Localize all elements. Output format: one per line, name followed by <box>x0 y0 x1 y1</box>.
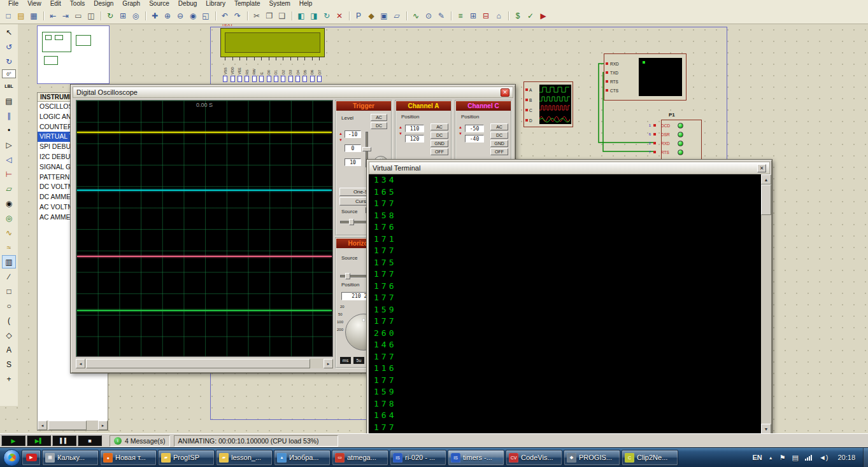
scroll-right-icon[interactable]: ▸ <box>98 421 108 430</box>
rotate-anticlockwise-icon[interactable]: ↺ <box>2 40 16 53</box>
channel-c-up-icon[interactable]: ▲ <box>459 125 462 129</box>
zoom-in-icon[interactable]: ⊕ <box>161 10 174 22</box>
open-design-icon[interactable]: ▤ <box>15 10 27 22</box>
zoom-out-icon[interactable]: ⊖ <box>174 10 187 22</box>
electrical-rule-check-icon[interactable]: ✓ <box>524 10 537 22</box>
netlist-to-ares-icon[interactable]: ▶ <box>537 10 550 22</box>
generator-mode-icon[interactable]: ◎ <box>2 211 16 225</box>
menu-item[interactable]: Edit <box>46 0 66 7</box>
menu-item[interactable]: Library <box>201 0 230 7</box>
cut-icon[interactable]: ✂ <box>250 10 263 22</box>
taskbar-app-progisp-folder[interactable]: ▰ ProgISP <box>158 450 215 466</box>
taskbar-app-clip2net[interactable]: C Clip2Ne... <box>622 450 678 466</box>
message-panel[interactable]: i 4 Message(s) <box>110 435 170 447</box>
channel-a-up-icon[interactable]: ▲ <box>399 125 402 129</box>
channel-a-gnd-button[interactable]: GND <box>430 140 448 147</box>
channel-a-down-icon[interactable]: ▼ <box>399 132 402 136</box>
taskbar-app-image-viewer[interactable]: ▴ Изобра... <box>274 450 331 466</box>
menu-item[interactable]: Design <box>89 0 118 7</box>
save-design-icon[interactable]: ▦ <box>27 10 40 22</box>
voltage-probe-icon[interactable]: ∿ <box>2 226 16 239</box>
arc-graphic-icon[interactable]: ( <box>2 314 16 327</box>
selection-mode-icon[interactable]: ↖ <box>2 25 16 39</box>
zoom-area-icon[interactable]: ◱ <box>199 10 212 22</box>
copy-icon[interactable]: ❐ <box>263 10 276 22</box>
tape-recorder-icon[interactable]: ◉ <box>2 197 16 210</box>
play-button[interactable]: ▶ <box>1 435 25 446</box>
make-device-icon[interactable]: ◆ <box>365 10 378 22</box>
text-graphic-icon[interactable]: A <box>2 343 16 356</box>
start-button[interactable] <box>3 449 20 466</box>
trigger-up-icon[interactable]: ▲ <box>339 132 343 136</box>
property-assignment-icon[interactable]: ✎ <box>435 10 448 22</box>
clock[interactable]: 20:18 <box>837 454 855 461</box>
graph-mode-icon[interactable]: ▱ <box>2 182 16 195</box>
taskbar-app-isis-ri020[interactable]: IS ri-020 - ... <box>390 450 446 466</box>
design-explorer-icon[interactable]: ≡ <box>454 10 467 22</box>
instruments-hscrollbar[interactable]: ◂ ▸ <box>38 421 108 430</box>
current-probe-icon[interactable]: ≈ <box>2 240 16 254</box>
oscilloscope-component[interactable]: A B C D <box>523 81 573 127</box>
terminal-titlebar[interactable]: Virtual Terminal ✕ <box>369 162 770 174</box>
scroll-left-icon[interactable]: ◂ <box>76 359 85 368</box>
symbol-graphic-icon[interactable]: S <box>2 358 16 371</box>
taskbar-app-browser[interactable]: ● Новая т... <box>100 450 157 466</box>
language-indicator[interactable]: EN <box>752 454 762 461</box>
taskbar-app-media[interactable]: ▶ <box>22 450 41 466</box>
terminal-mode-icon[interactable]: ◁ <box>2 153 16 166</box>
scope-hscrollbar[interactable]: ◂ ▸ <box>76 359 333 368</box>
marker-graphic-icon[interactable]: + <box>2 372 16 386</box>
close-icon[interactable]: ✕ <box>757 164 766 172</box>
box-graphic-icon[interactable]: □ <box>2 284 16 298</box>
volume-icon[interactable]: ◄) <box>819 454 829 461</box>
step-button[interactable]: ▶▌ <box>27 435 51 446</box>
lcd-component[interactable]: TEXT VSS VDD VEE <box>220 28 325 87</box>
import-section-icon[interactable]: ⇤ <box>46 10 59 22</box>
channel-c-ac-button[interactable]: AC <box>490 123 508 130</box>
terminal-component[interactable]: RXD TXD RTS CTS <box>604 53 687 101</box>
rotation-angle-box[interactable]: 0° <box>2 69 16 78</box>
taskbar-app-isis-timers[interactable]: IS timers -... <box>448 450 504 466</box>
path-graphic-icon[interactable]: ◇ <box>2 328 16 342</box>
search-tag-icon[interactable]: ⊙ <box>422 10 435 22</box>
block-move-icon[interactable]: ◨ <box>308 10 320 22</box>
close-icon[interactable]: ✕ <box>501 88 509 97</box>
scroll-left-icon[interactable]: ◂ <box>38 421 47 430</box>
oscilloscope-titlebar[interactable]: Digital Oscilloscope ✕ <box>73 87 513 98</box>
stop-button[interactable]: ■ <box>78 435 102 446</box>
new-sheet-icon[interactable]: ⊞ <box>467 10 480 22</box>
circle-graphic-icon[interactable]: ○ <box>2 299 16 312</box>
document-tray-icon[interactable]: ▤ <box>792 454 799 462</box>
decompose-icon[interactable]: ▱ <box>390 10 403 22</box>
terminal-vscrollbar[interactable]: ▲ ▼ <box>761 174 771 434</box>
taskbar-app-calculator[interactable]: ▦ Кальку... <box>42 450 99 466</box>
scroll-down-icon[interactable]: ▼ <box>761 424 771 434</box>
pick-parts-icon[interactable]: P <box>352 10 365 22</box>
taskbar-app-lesson-folder[interactable]: ▰ lesson_... <box>216 450 273 466</box>
undo-icon[interactable]: ↶ <box>218 10 231 22</box>
menu-item[interactable]: Debug <box>174 0 201 7</box>
pause-button[interactable]: ▌▌ <box>52 435 76 446</box>
print-icon[interactable]: ▭ <box>72 10 85 22</box>
trigger-dc-button[interactable]: DC <box>371 122 387 129</box>
show-desktop-button[interactable] <box>863 448 868 467</box>
packaging-tool-icon[interactable]: ▣ <box>378 10 390 22</box>
refresh-display-icon[interactable]: ↻ <box>104 10 117 22</box>
paste-icon[interactable]: ❑ <box>276 10 288 22</box>
junction-dot-icon[interactable]: • <box>2 123 16 137</box>
channel-c-down-icon[interactable]: ▼ <box>459 132 462 136</box>
scroll-up-icon[interactable]: ▲ <box>761 174 771 185</box>
line-graphic-icon[interactable]: ∕ <box>2 270 16 283</box>
zoom-all-icon[interactable]: ◉ <box>187 10 199 22</box>
network-icon[interactable] <box>805 455 813 461</box>
exit-to-parent-icon[interactable]: ⌂ <box>492 10 505 22</box>
channel-a-ac-button[interactable]: AC <box>430 123 448 130</box>
menu-item[interactable]: Help <box>295 0 317 7</box>
channel-c-off-button[interactable]: OFF <box>490 148 508 155</box>
toggle-grid-icon[interactable]: ⊞ <box>117 10 129 22</box>
pan-center-icon[interactable]: ✚ <box>148 10 161 22</box>
wire-autorouter-icon[interactable]: ∿ <box>409 10 422 22</box>
virtual-instrument-icon[interactable]: ▥ <box>2 255 16 268</box>
wire-label-mode-icon[interactable]: LBL <box>2 80 16 93</box>
menu-item[interactable]: View <box>23 0 46 7</box>
